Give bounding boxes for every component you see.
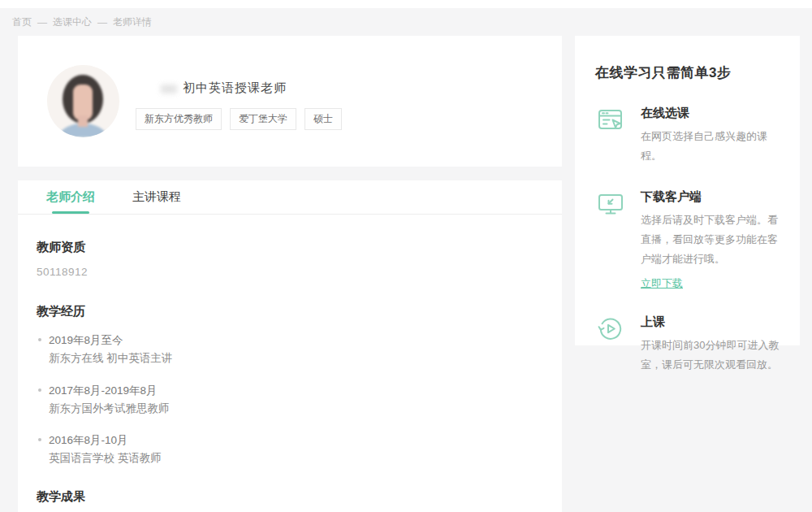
experience-item: 2016年8月-10月 英国语言学校 英语教师: [37, 432, 542, 468]
experience-item: 2017年8月-2019年8月 新东方国外考试雅思教师: [37, 382, 542, 419]
experience-list: 2019年8月至今 新东方在线 初中英语主讲 2017年8月-2019年8月 新…: [37, 332, 542, 468]
step-attend-class: 上课 开课时间前30分钟即可进入教室，课后可无限次观看回放。: [595, 312, 780, 375]
teacher-avatar: [47, 65, 119, 137]
teacher-tag-university: 爱丁堡大学: [230, 108, 296, 130]
teacher-name-redacted: [161, 85, 177, 93]
experience-item: 2019年8月至今 新东方在线 初中英语主讲: [37, 332, 542, 368]
step-title: 下载客户端: [641, 189, 780, 205]
step-download-client: 下载客户端 选择后请及时下载客户端。看直播，看回放等更多功能在客户端才能进行哦。…: [595, 187, 780, 291]
learning-steps-title: 在线学习只需简单3步: [595, 63, 780, 82]
teacher-tag-degree: 硕士: [304, 108, 342, 130]
teacher-title: 初中英语授课老师: [183, 80, 287, 96]
breadcrumb: 首页 — 选课中心 — 老师详情: [12, 15, 152, 29]
teacher-intro-panel: 教师资质 50118912 教学经历 2019年8月至今 新东方在线 初中英语主…: [18, 240, 562, 512]
step-description: 在网页选择自己感兴趣的课程。: [641, 127, 780, 166]
breadcrumb-home[interactable]: 首页: [12, 15, 32, 29]
top-white-strip: [0, 0, 812, 8]
step-description: 开课时间前30分钟即可进入教室，课后可无限次观看回放。: [641, 336, 780, 375]
tab-bar: 老师介绍 主讲课程: [18, 180, 562, 215]
experience-period: 2017年8月-2019年8月: [49, 382, 542, 400]
step-title: 上课: [641, 315, 780, 330]
teacher-profile-card: 初中英语授课老师 新东方优秀教师 爱丁堡大学 硕士: [18, 36, 562, 167]
breadcrumb-separator: —: [37, 17, 47, 28]
teacher-tag-excellent: 新东方优秀教师: [136, 108, 222, 130]
experience-heading: 教学经历: [37, 304, 542, 319]
avatar-illustration: [47, 65, 119, 137]
teacher-tags: 新东方优秀教师 爱丁堡大学 硕士: [136, 108, 342, 130]
experience-period: 2016年8月-10月: [49, 432, 542, 449]
tab-main-courses[interactable]: 主讲课程: [132, 180, 181, 214]
tab-teacher-intro[interactable]: 老师介绍: [46, 180, 95, 214]
experience-role: 英国语言学校 英语教师: [49, 449, 542, 467]
qualification-id: 50118912: [37, 266, 542, 278]
step-description: 选择后请及时下载客户端。看直播，看回放等更多功能在客户端才能进行哦。: [641, 210, 780, 269]
achievement-heading: 教学成果: [37, 489, 542, 505]
class-replay-icon: [595, 314, 626, 375]
breadcrumb-current-page: 老师详情: [113, 15, 152, 29]
learning-steps-card: 在线学习只需简单3步 在线选课 在网页选择自己感兴趣的课程。: [575, 36, 800, 345]
breadcrumb-separator: —: [97, 17, 107, 28]
client-download-icon: [595, 189, 626, 291]
download-now-link[interactable]: 立即下载: [641, 276, 683, 291]
breadcrumb-course-center[interactable]: 选课中心: [53, 15, 92, 29]
step-title: 在线选课: [641, 106, 780, 121]
course-select-icon: [595, 105, 626, 166]
step-online-course-select: 在线选课 在网页选择自己感兴趣的课程。: [595, 103, 780, 166]
experience-period: 2019年8月至今: [49, 332, 542, 349]
experience-role: 新东方在线 初中英语主讲: [49, 349, 542, 367]
qualification-heading: 教师资质: [37, 240, 542, 255]
teacher-detail-card: 老师介绍 主讲课程 教师资质 50118912 教学经历 2019年8月至今 新…: [18, 180, 562, 512]
experience-role: 新东方国外考试雅思教师: [49, 400, 542, 418]
